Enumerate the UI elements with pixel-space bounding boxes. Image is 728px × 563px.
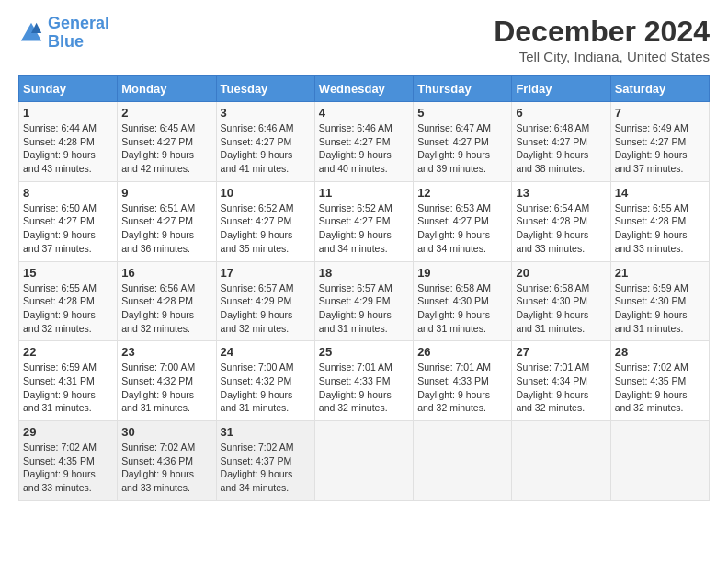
day-info: Sunrise: 6:49 AM Sunset: 4:27 PM Dayligh…	[615, 121, 705, 176]
calendar-cell: 12 Sunrise: 6:53 AM Sunset: 4:27 PM Dayl…	[414, 181, 512, 261]
day-info: Sunrise: 6:58 AM Sunset: 4:30 PM Dayligh…	[417, 282, 507, 336]
day-info: Sunrise: 6:52 AM Sunset: 4:27 PM Dayligh…	[319, 201, 409, 256]
calendar-cell: 27 Sunrise: 7:01 AM Sunset: 4:34 PM Dayl…	[512, 341, 610, 421]
day-number: 13	[516, 186, 606, 200]
day-info: Sunrise: 7:02 AM Sunset: 4:36 PM Dayligh…	[121, 441, 211, 495]
calendar-cell: 29 Sunrise: 7:02 AM Sunset: 4:35 PM Dayl…	[19, 421, 118, 501]
day-number: 25	[319, 345, 409, 359]
day-number: 23	[121, 345, 211, 359]
calendar-cell: 26 Sunrise: 7:01 AM Sunset: 4:33 PM Dayl…	[414, 341, 512, 421]
day-number: 9	[121, 186, 211, 200]
day-number: 19	[417, 266, 507, 280]
day-info: Sunrise: 6:57 AM Sunset: 4:29 PM Dayligh…	[319, 282, 409, 336]
calendar-cell: 19 Sunrise: 6:58 AM Sunset: 4:30 PM Dayl…	[414, 261, 512, 341]
subtitle: Tell City, Indiana, United States	[494, 49, 710, 64]
calendar-header-sunday: Sunday	[19, 76, 118, 102]
calendar-cell	[314, 421, 413, 501]
calendar-cell: 11 Sunrise: 6:52 AM Sunset: 4:27 PM Dayl…	[314, 181, 413, 261]
calendar-cell: 22 Sunrise: 6:59 AM Sunset: 4:31 PM Dayl…	[19, 341, 118, 421]
day-number: 26	[417, 345, 507, 359]
day-number: 20	[516, 266, 606, 280]
day-number: 21	[615, 266, 705, 280]
calendar-table: SundayMondayTuesdayWednesdayThursdayFrid…	[18, 75, 710, 501]
calendar-cell: 2 Sunrise: 6:45 AM Sunset: 4:27 PM Dayli…	[118, 102, 216, 182]
day-info: Sunrise: 7:02 AM Sunset: 4:35 PM Dayligh…	[23, 441, 113, 495]
calendar-cell: 5 Sunrise: 6:47 AM Sunset: 4:27 PM Dayli…	[414, 102, 512, 182]
calendar-cell: 7 Sunrise: 6:49 AM Sunset: 4:27 PM Dayli…	[610, 102, 709, 182]
calendar-cell: 21 Sunrise: 6:59 AM Sunset: 4:30 PM Dayl…	[610, 261, 709, 341]
day-info: Sunrise: 6:59 AM Sunset: 4:31 PM Dayligh…	[23, 361, 113, 415]
day-number: 31	[221, 425, 311, 439]
calendar-cell: 17 Sunrise: 6:57 AM Sunset: 4:29 PM Dayl…	[216, 261, 314, 341]
day-number: 17	[221, 266, 311, 280]
day-info: Sunrise: 7:02 AM Sunset: 4:37 PM Dayligh…	[221, 441, 311, 495]
day-number: 28	[615, 345, 705, 359]
day-info: Sunrise: 6:54 AM Sunset: 4:28 PM Dayligh…	[516, 201, 606, 256]
main-title: December 2024	[494, 15, 710, 49]
day-info: Sunrise: 6:47 AM Sunset: 4:27 PM Dayligh…	[417, 121, 507, 176]
calendar-week-row: 29 Sunrise: 7:02 AM Sunset: 4:35 PM Dayl…	[19, 421, 710, 501]
logo: General Blue	[18, 15, 109, 52]
calendar-week-row: 15 Sunrise: 6:55 AM Sunset: 4:28 PM Dayl…	[19, 261, 710, 341]
day-info: Sunrise: 6:52 AM Sunset: 4:27 PM Dayligh…	[221, 201, 311, 256]
day-info: Sunrise: 6:50 AM Sunset: 4:27 PM Dayligh…	[23, 201, 113, 256]
day-info: Sunrise: 6:59 AM Sunset: 4:30 PM Dayligh…	[615, 282, 705, 336]
calendar-header-row: SundayMondayTuesdayWednesdayThursdayFrid…	[19, 76, 710, 102]
day-info: Sunrise: 7:02 AM Sunset: 4:35 PM Dayligh…	[615, 361, 705, 415]
day-info: Sunrise: 6:46 AM Sunset: 4:27 PM Dayligh…	[221, 121, 311, 176]
day-number: 5	[417, 106, 507, 120]
calendar-cell: 13 Sunrise: 6:54 AM Sunset: 4:28 PM Dayl…	[512, 181, 610, 261]
calendar-cell: 31 Sunrise: 7:02 AM Sunset: 4:37 PM Dayl…	[216, 421, 314, 501]
calendar-cell: 20 Sunrise: 6:58 AM Sunset: 4:30 PM Dayl…	[512, 261, 610, 341]
calendar-cell: 15 Sunrise: 6:55 AM Sunset: 4:28 PM Dayl…	[19, 261, 118, 341]
logo-text: General Blue	[48, 15, 109, 52]
day-number: 11	[319, 186, 409, 200]
calendar-header-saturday: Saturday	[610, 76, 709, 102]
day-number: 30	[121, 425, 211, 439]
day-info: Sunrise: 6:46 AM Sunset: 4:27 PM Dayligh…	[319, 121, 409, 176]
calendar-header-monday: Monday	[118, 76, 216, 102]
day-info: Sunrise: 6:53 AM Sunset: 4:27 PM Dayligh…	[417, 201, 507, 256]
day-info: Sunrise: 7:01 AM Sunset: 4:33 PM Dayligh…	[319, 361, 409, 415]
day-number: 4	[319, 106, 409, 120]
calendar-cell: 30 Sunrise: 7:02 AM Sunset: 4:36 PM Dayl…	[118, 421, 216, 501]
calendar-cell: 24 Sunrise: 7:00 AM Sunset: 4:32 PM Dayl…	[216, 341, 314, 421]
title-block: December 2024 Tell City, Indiana, United…	[494, 15, 710, 64]
header: General Blue December 2024 Tell City, In…	[18, 15, 710, 64]
day-number: 16	[121, 266, 211, 280]
day-number: 3	[221, 106, 311, 120]
calendar-cell: 8 Sunrise: 6:50 AM Sunset: 4:27 PM Dayli…	[19, 181, 118, 261]
day-info: Sunrise: 7:00 AM Sunset: 4:32 PM Dayligh…	[221, 361, 311, 415]
day-info: Sunrise: 7:01 AM Sunset: 4:33 PM Dayligh…	[417, 361, 507, 415]
day-info: Sunrise: 7:01 AM Sunset: 4:34 PM Dayligh…	[516, 361, 606, 415]
logo-icon	[18, 20, 44, 46]
calendar-cell: 6 Sunrise: 6:48 AM Sunset: 4:27 PM Dayli…	[512, 102, 610, 182]
calendar-cell: 10 Sunrise: 6:52 AM Sunset: 4:27 PM Dayl…	[216, 181, 314, 261]
calendar-cell	[512, 421, 610, 501]
calendar-cell: 1 Sunrise: 6:44 AM Sunset: 4:28 PM Dayli…	[19, 102, 118, 182]
calendar-header-tuesday: Tuesday	[216, 76, 314, 102]
day-info: Sunrise: 6:44 AM Sunset: 4:28 PM Dayligh…	[23, 121, 113, 176]
calendar-cell: 18 Sunrise: 6:57 AM Sunset: 4:29 PM Dayl…	[314, 261, 413, 341]
calendar-header-wednesday: Wednesday	[314, 76, 413, 102]
day-number: 10	[221, 186, 311, 200]
day-number: 2	[121, 106, 211, 120]
calendar-cell: 4 Sunrise: 6:46 AM Sunset: 4:27 PM Dayli…	[314, 102, 413, 182]
day-info: Sunrise: 6:48 AM Sunset: 4:27 PM Dayligh…	[516, 121, 606, 176]
calendar-cell	[610, 421, 709, 501]
calendar-week-row: 1 Sunrise: 6:44 AM Sunset: 4:28 PM Dayli…	[19, 102, 710, 182]
day-info: Sunrise: 6:55 AM Sunset: 4:28 PM Dayligh…	[615, 201, 705, 256]
calendar-cell	[414, 421, 512, 501]
calendar-week-row: 8 Sunrise: 6:50 AM Sunset: 4:27 PM Dayli…	[19, 181, 710, 261]
day-number: 22	[23, 345, 113, 359]
day-info: Sunrise: 6:45 AM Sunset: 4:27 PM Dayligh…	[121, 121, 211, 176]
calendar-week-row: 22 Sunrise: 6:59 AM Sunset: 4:31 PM Dayl…	[19, 341, 710, 421]
calendar-cell: 14 Sunrise: 6:55 AM Sunset: 4:28 PM Dayl…	[610, 181, 709, 261]
day-number: 14	[615, 186, 705, 200]
calendar-header-thursday: Thursday	[414, 76, 512, 102]
day-number: 6	[516, 106, 606, 120]
day-number: 8	[23, 186, 113, 200]
day-number: 18	[319, 266, 409, 280]
day-info: Sunrise: 6:55 AM Sunset: 4:28 PM Dayligh…	[23, 282, 113, 336]
calendar-cell: 23 Sunrise: 7:00 AM Sunset: 4:32 PM Dayl…	[118, 341, 216, 421]
